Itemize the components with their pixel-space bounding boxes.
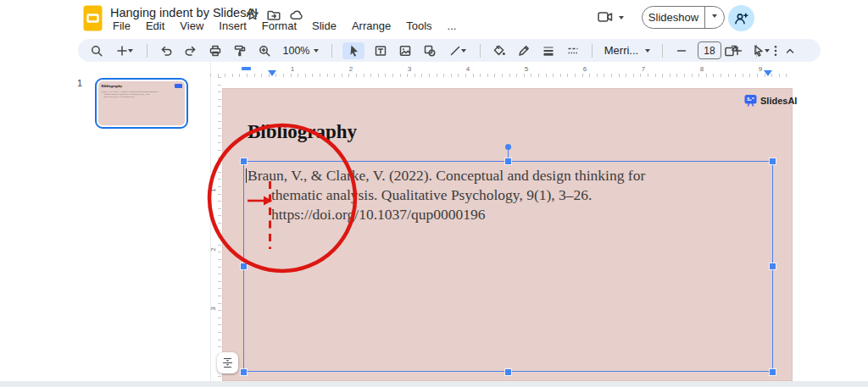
- menu-insert[interactable]: Insert: [217, 19, 248, 32]
- google-slides-window: { "header": { "doc_title": "Hanging inde…: [0, 0, 868, 387]
- laser-pointer-icon: [752, 44, 765, 57]
- menu-format[interactable]: Format: [260, 19, 298, 32]
- join-call-button[interactable]: [597, 9, 624, 25]
- insert-button[interactable]: [113, 42, 136, 59]
- toolbar: 100%: [78, 39, 821, 62]
- plus-icon: [116, 45, 128, 57]
- insert-shape-button[interactable]: [421, 42, 438, 59]
- zoom-in-icon: [258, 44, 271, 58]
- autofit-text-icon: [221, 357, 234, 369]
- vertical-ruler: 1 2 3: [210, 77, 221, 381]
- menu-edit[interactable]: Edit: [144, 19, 166, 32]
- redo-icon: [184, 44, 198, 58]
- first-line-indent-marker[interactable]: [242, 67, 251, 70]
- toolbar-divider: [480, 44, 481, 58]
- ruler-number: 8: [700, 65, 704, 73]
- menu-overflow[interactable]: ...: [446, 19, 459, 32]
- insert-line-button[interactable]: [446, 42, 470, 59]
- border-dash-icon: [566, 44, 580, 58]
- menu-arrange[interactable]: Arrange: [350, 19, 392, 32]
- undo-icon: [159, 44, 173, 58]
- menu-slide[interactable]: Slide: [310, 19, 338, 32]
- autofit-button[interactable]: [217, 352, 238, 373]
- font-family-dropdown[interactable]: Merri...: [603, 42, 652, 59]
- select-tool-button[interactable]: [342, 42, 364, 59]
- border-color-button[interactable]: [515, 42, 532, 59]
- resize-handle-middle-right[interactable]: [770, 263, 776, 269]
- citation-line-3[interactable]: https://doi.org/10.1037/qup0000196: [271, 206, 485, 224]
- menu-tools[interactable]: Tools: [404, 19, 433, 32]
- share-button[interactable]: [728, 5, 754, 31]
- shape-icon: [423, 44, 437, 58]
- ruler-number: 2: [209, 247, 217, 251]
- rotation-handle[interactable]: [505, 144, 511, 150]
- resize-handle-top-right[interactable]: [770, 158, 776, 164]
- decrease-font-size-button[interactable]: [673, 42, 690, 59]
- citation-line-1[interactable]: Braun, V., & Clarke, V. (2022). Conceptu…: [248, 167, 645, 185]
- chevron-down-icon: [461, 49, 466, 55]
- redo-button[interactable]: [182, 42, 199, 59]
- undo-button[interactable]: [158, 42, 175, 59]
- ruler-number: 7: [642, 65, 645, 73]
- fill-color-icon: [492, 44, 506, 58]
- image-arrow-icon: [724, 44, 738, 58]
- ruler-number: 2: [349, 65, 353, 73]
- slide-title[interactable]: Bibliography: [248, 121, 357, 143]
- pointer-options-button[interactable]: [748, 42, 773, 59]
- paint-format-button[interactable]: [231, 42, 248, 59]
- border-dash-button[interactable]: [565, 42, 581, 59]
- bottom-strip: [0, 381, 868, 387]
- ruler-number: 3: [408, 65, 411, 73]
- slideshow-options-button[interactable]: [705, 7, 724, 28]
- border-weight-button[interactable]: [540, 42, 557, 59]
- person-add-icon: [734, 12, 748, 25]
- image-icon: [398, 44, 412, 58]
- ruler-number: 3: [209, 307, 217, 310]
- left-indent-marker[interactable]: [268, 70, 276, 80]
- pencil-icon: [517, 44, 531, 58]
- chevron-down-icon: [645, 49, 650, 55]
- font-size-field[interactable]: 18: [698, 41, 721, 59]
- background-image-button[interactable]: [722, 42, 739, 59]
- ruler-number: 4: [466, 65, 470, 73]
- print-button[interactable]: [207, 42, 224, 59]
- hide-menus-button[interactable]: [782, 42, 798, 59]
- ruler-number: 6: [583, 65, 587, 73]
- cursor-icon: [348, 44, 360, 57]
- slides-logo[interactable]: [83, 5, 103, 31]
- chevron-down-icon: [619, 16, 624, 22]
- resize-handle-bottom-right[interactable]: [770, 369, 776, 375]
- print-icon: [209, 44, 222, 58]
- minus-icon: [676, 45, 687, 57]
- menu-file[interactable]: File: [111, 19, 132, 32]
- resize-handle-middle-left[interactable]: [241, 263, 247, 269]
- slideshow-button[interactable]: Slideshow: [643, 7, 704, 28]
- text-box-button[interactable]: [372, 42, 389, 59]
- slideshow-label: Slideshow: [648, 11, 698, 24]
- font-family-value: Merri...: [604, 44, 638, 57]
- insert-image-button[interactable]: [397, 42, 414, 59]
- zoom-button[interactable]: [256, 42, 273, 59]
- slidesai-icon: [744, 94, 757, 107]
- paint-roller-icon: [233, 44, 247, 58]
- resize-handle-top-left[interactable]: [241, 158, 247, 164]
- border-weight-icon: [542, 44, 555, 58]
- doc-title[interactable]: Hanging indent by SlidesAI: [110, 6, 258, 19]
- fill-color-button[interactable]: [491, 42, 508, 59]
- resize-handle-top-middle[interactable]: [505, 158, 511, 164]
- thumbnail-body-line: https://doi.org/10.1037/qup0000196: [103, 96, 185, 98]
- citation-line-2[interactable]: thematic analysis. Qualitative Psycholog…: [271, 186, 592, 204]
- thumbnail-title: Bibliography: [101, 84, 185, 88]
- resize-handle-bottom-left[interactable]: [241, 369, 247, 375]
- resize-handle-bottom-middle[interactable]: [505, 369, 511, 375]
- chevron-down-icon: [712, 14, 717, 20]
- menu-view[interactable]: View: [178, 19, 205, 32]
- toolbar-divider: [147, 44, 147, 58]
- search-menus-button[interactable]: [88, 42, 105, 59]
- text-caret: [246, 169, 248, 183]
- toolbar-divider: [662, 44, 663, 58]
- right-indent-marker[interactable]: [764, 70, 772, 80]
- line-icon: [449, 45, 461, 57]
- zoom-level-dropdown[interactable]: 100%: [281, 42, 321, 59]
- slide-thumbnail[interactable]: Bibliography Braun, V., & Clarke, V. (20…: [95, 78, 188, 129]
